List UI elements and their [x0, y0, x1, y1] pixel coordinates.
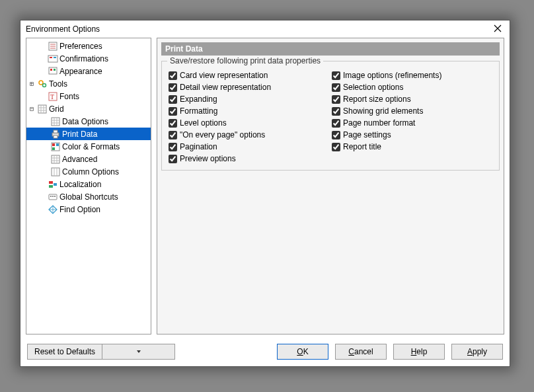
chk-image-options[interactable] — [332, 71, 340, 80]
svg-rect-20 — [52, 155, 59, 163]
tree-item-tools[interactable]: ⊞ Tools — [26, 77, 151, 90]
lbl-expanding: Expanding — [180, 95, 217, 104]
tree-label: Fonts — [59, 92, 79, 101]
shortcuts-icon — [48, 192, 58, 202]
preferences-icon — [48, 41, 58, 52]
tree-item-print-data[interactable]: Print Data — [26, 128, 151, 140]
svg-rect-6 — [54, 69, 56, 71]
tree-label: Confirmations — [59, 54, 108, 63]
environment-options-dialog: Environment Options Preferences — [20, 20, 510, 367]
chk-pagination[interactable] — [169, 143, 177, 151]
reset-defaults-dropdown[interactable] — [102, 344, 175, 360]
svg-rect-3 — [54, 57, 56, 58]
tree-item-data-options[interactable]: Data Options — [26, 115, 151, 128]
group-legend: Save/restore following print data proper… — [167, 56, 323, 65]
lbl-preview-options: Preview options — [180, 154, 236, 163]
tree-item-grid[interactable]: ⊟ Grid — [26, 102, 151, 115]
lbl-report-title: Report title — [343, 142, 381, 151]
printer-icon — [50, 129, 61, 139]
tree-item-find-option[interactable]: Find Option — [29, 203, 151, 216]
save-restore-group: Save/restore following print data proper… — [161, 61, 500, 171]
chk-detail-view[interactable] — [169, 83, 177, 92]
reset-defaults-button[interactable]: Reset to Defaults — [27, 344, 102, 360]
tree-label: Preferences — [59, 42, 102, 51]
tree-label: Data Options — [62, 117, 108, 126]
nav-tree: Preferences Confirmations Appearance — [26, 38, 151, 334]
cancel-button[interactable]: Cancel — [335, 344, 387, 360]
svg-rect-23 — [49, 185, 53, 188]
tree-item-preferences[interactable]: Preferences — [29, 40, 151, 52]
svg-rect-21 — [52, 168, 59, 176]
appearance-icon — [48, 66, 58, 77]
expand-placeholder — [38, 42, 46, 50]
close-button[interactable] — [490, 24, 506, 34]
data-options-icon — [50, 116, 61, 127]
svg-rect-27 — [52, 196, 54, 197]
tree-label: Color & Formats — [62, 142, 120, 151]
localization-icon — [48, 179, 58, 190]
grid-icon — [37, 104, 48, 114]
column-options-icon — [50, 167, 61, 177]
lbl-detail-view: Detail view representation — [180, 83, 271, 92]
lbl-selection-options: Selection options — [343, 83, 403, 92]
tree-item-localization[interactable]: Localization — [29, 178, 151, 190]
chk-report-title[interactable] — [332, 143, 340, 151]
tree-item-appearance[interactable]: Appearance — [29, 65, 151, 77]
chk-on-every-page[interactable] — [169, 131, 177, 139]
tree-item-global-shortcuts[interactable]: Global Shortcuts — [29, 190, 151, 203]
tree-label: Global Shortcuts — [59, 192, 118, 202]
chk-card-view[interactable] — [169, 71, 177, 80]
fonts-icon: T — [48, 91, 58, 102]
svg-rect-26 — [50, 196, 52, 197]
svg-rect-24 — [54, 183, 57, 186]
tree-item-advanced[interactable]: Advanced — [26, 153, 151, 165]
tree-label: Grid — [49, 104, 64, 114]
tree-label: Find Option — [59, 205, 100, 214]
collapse-icon[interactable]: ⊟ — [28, 105, 36, 112]
svg-rect-2 — [50, 57, 52, 58]
lbl-level-options: Level options — [180, 118, 227, 128]
svg-point-8 — [43, 83, 46, 87]
chk-preview-options[interactable] — [169, 155, 177, 163]
panel-title: Print Data — [161, 42, 500, 56]
lbl-pagination: Pagination — [180, 142, 217, 151]
svg-rect-12 — [52, 118, 59, 126]
svg-rect-4 — [49, 67, 57, 74]
svg-rect-15 — [54, 136, 57, 138]
svg-text:T: T — [50, 93, 54, 100]
svg-rect-1 — [48, 56, 57, 62]
lbl-formatting: Formatting — [180, 106, 217, 116]
apply-button[interactable]: Apply — [451, 344, 503, 360]
tree-label: Column Options — [62, 167, 119, 176]
chk-page-number-format[interactable] — [332, 119, 340, 128]
chk-level-options[interactable] — [169, 119, 177, 128]
close-icon — [494, 24, 502, 32]
chk-expanding[interactable] — [169, 95, 177, 104]
tree-item-color-formats[interactable]: Color & Formats — [26, 140, 151, 153]
lbl-page-settings: Page settings — [343, 130, 391, 139]
svg-rect-19 — [52, 147, 55, 150]
tree-item-confirmations[interactable]: Confirmations — [29, 52, 151, 65]
help-button[interactable]: Help — [393, 344, 445, 360]
svg-rect-18 — [56, 143, 59, 146]
find-icon — [48, 204, 58, 215]
lbl-report-size: Report size options — [343, 95, 411, 104]
svg-rect-14 — [54, 130, 57, 133]
svg-rect-17 — [52, 143, 55, 146]
ok-button[interactable]: OK — [277, 344, 328, 360]
tree-item-fonts[interactable]: T Fonts — [29, 90, 151, 102]
chk-page-settings[interactable] — [332, 131, 340, 139]
chk-formatting[interactable] — [169, 107, 177, 116]
content-pane: Print Data Save/restore following print … — [157, 38, 504, 334]
lbl-page-number-format: Page number format — [343, 118, 415, 128]
titlebar: Environment Options — [20, 20, 510, 38]
tools-icon — [37, 79, 48, 89]
expand-icon[interactable]: ⊞ — [28, 80, 36, 87]
chk-showing-grid[interactable] — [332, 107, 340, 116]
chk-report-size[interactable] — [332, 95, 340, 104]
window-title: Environment Options — [26, 24, 490, 34]
tree-item-column-options[interactable]: Column Options — [26, 165, 151, 178]
tree-label: Tools — [49, 79, 67, 89]
chk-selection-options[interactable] — [332, 83, 340, 92]
tree-label: Print Data — [62, 130, 97, 139]
